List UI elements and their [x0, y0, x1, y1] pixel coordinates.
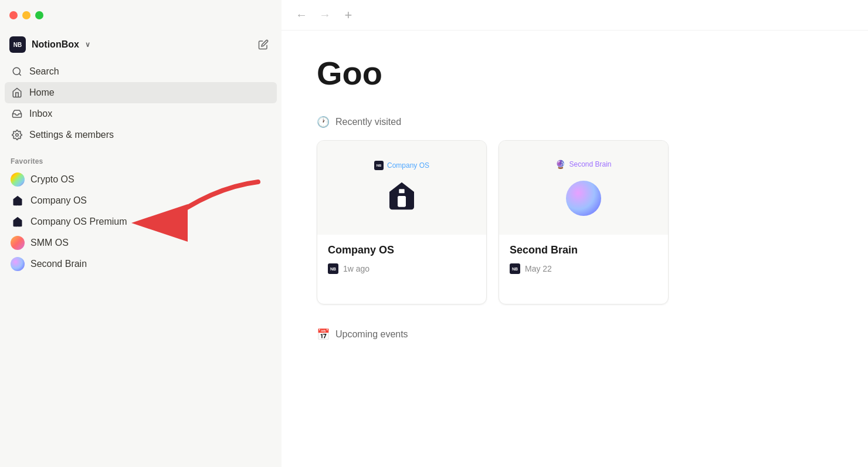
- calendar-icon: 📅: [317, 328, 330, 341]
- recent-cards-row: NB Company OS Company OS: [317, 140, 833, 304]
- crypto-os-label: Crypto OS: [30, 174, 74, 185]
- company-os-card[interactable]: NB Company OS Company OS: [317, 140, 487, 304]
- second-brain-icon: [11, 257, 25, 271]
- favorites-list: Crypto OS Company OS Company OS Premium: [0, 169, 282, 275]
- main-body: Goo 🕐 Recently visited NB Company OS: [282, 31, 868, 467]
- forward-button[interactable]: →: [317, 7, 333, 23]
- titlebar: [0, 0, 282, 31]
- second-brain-card-icon: [566, 178, 601, 216]
- chevron-down-icon: ∨: [85, 40, 90, 49]
- search-label: Search: [29, 66, 59, 77]
- svg-rect-4: [399, 189, 404, 193]
- search-icon: [11, 65, 23, 78]
- second-brain-card-meta: NB May 22: [510, 263, 657, 274]
- greeting-text: Goo: [317, 54, 833, 92]
- company-os-premium-label: Company OS Premium: [30, 216, 127, 227]
- home-icon: [11, 86, 23, 99]
- sidebar-item-crypto-os[interactable]: Crypto OS: [5, 169, 277, 190]
- company-os-card-bottom: Company OS NB 1w ago: [317, 235, 486, 304]
- sidebar-item-company-os[interactable]: Company OS: [5, 190, 277, 211]
- sidebar-item-settings[interactable]: Settings & members: [5, 124, 277, 145]
- company-os-premium-icon: [11, 215, 25, 229]
- workspace-header: NB NotionBox ∨: [0, 31, 282, 59]
- workspace-logo: NB: [9, 36, 26, 53]
- svg-rect-3: [398, 196, 406, 207]
- svg-point-1: [16, 134, 19, 137]
- sidebar: NB NotionBox ∨ Search: [0, 0, 282, 467]
- upcoming-events-label: Upcoming events: [335, 329, 408, 340]
- sidebar-item-second-brain[interactable]: Second Brain: [5, 253, 277, 275]
- minimize-button[interactable]: [22, 11, 30, 19]
- second-brain-card-title: Second Brain: [510, 244, 657, 256]
- workspace-name-row[interactable]: NB NotionBox ∨: [9, 36, 90, 53]
- company-os-card-top: NB Company OS: [317, 141, 486, 235]
- sidebar-item-home[interactable]: Home: [5, 82, 277, 103]
- company-os-icon: [11, 194, 25, 208]
- sidebar-item-inbox[interactable]: Inbox: [5, 103, 277, 124]
- company-os-time: 1w ago: [343, 264, 369, 273]
- workspace-title: NotionBox: [32, 39, 79, 50]
- recently-visited-label: Recently visited: [335, 117, 401, 127]
- svg-point-0: [13, 67, 20, 75]
- nb-logo-company-os: NB: [328, 263, 338, 274]
- upcoming-events-header: 📅 Upcoming events: [317, 328, 833, 341]
- favorites-section-label: Favorites: [0, 148, 282, 169]
- nb-logo-second-brain: NB: [510, 263, 520, 274]
- home-label: Home: [29, 87, 55, 98]
- second-brain-card-bottom: Second Brain NB May 22: [499, 235, 668, 304]
- add-tab-button[interactable]: +: [340, 7, 357, 23]
- clock-icon: 🕐: [317, 116, 330, 128]
- smm-os-icon: [11, 236, 25, 250]
- back-button[interactable]: ←: [293, 7, 310, 23]
- settings-icon: [11, 128, 23, 141]
- second-brain-label: Second Brain: [30, 259, 87, 269]
- second-brain-card-top: 🔮 Second Brain: [499, 141, 668, 235]
- sidebar-item-smm-os[interactable]: SMM OS: [5, 232, 277, 253]
- inbox-label: Inbox: [29, 109, 52, 119]
- smm-os-label: SMM OS: [30, 238, 69, 248]
- traffic-lights: [9, 11, 43, 19]
- main-topbar: ← → +: [282, 0, 868, 31]
- edit-icon[interactable]: [255, 36, 272, 53]
- inbox-icon: [11, 107, 23, 120]
- crypto-os-icon: [11, 172, 25, 187]
- company-os-card-top-label: Company OS: [387, 161, 429, 170]
- sidebar-item-company-os-premium[interactable]: Company OS Premium: [5, 211, 277, 232]
- maximize-button[interactable]: [35, 11, 43, 19]
- sidebar-nav: Search Home Inbox: [0, 59, 282, 148]
- main-content: ← → + Goo 🕐 Recently visited NB Company …: [282, 0, 868, 467]
- company-os-card-icon: [385, 180, 418, 215]
- recently-visited-header: 🕐 Recently visited: [317, 116, 833, 128]
- close-button[interactable]: [9, 11, 18, 19]
- second-brain-card-top-label: Second Brain: [569, 160, 611, 168]
- company-os-card-title: Company OS: [328, 244, 476, 256]
- company-os-label: Company OS: [30, 195, 87, 206]
- second-brain-card[interactable]: 🔮 Second Brain Second Brain NB May 22: [499, 140, 669, 304]
- second-brain-time: May 22: [525, 264, 552, 273]
- sidebar-item-search[interactable]: Search: [5, 61, 277, 82]
- settings-label: Settings & members: [29, 130, 114, 140]
- company-os-card-meta: NB 1w ago: [328, 263, 476, 274]
